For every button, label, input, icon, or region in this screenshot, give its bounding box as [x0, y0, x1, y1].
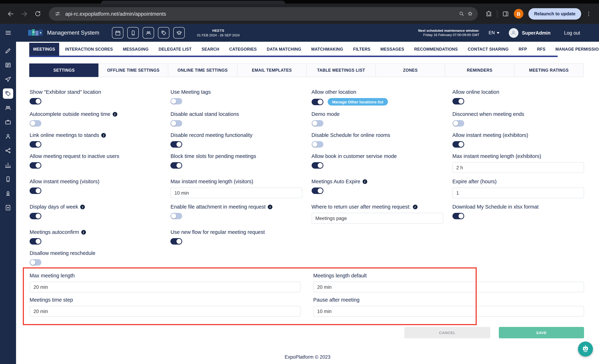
toggle-meetings-autoconfirm[interactable] [30, 238, 41, 245]
tab-recommendations[interactable]: RECOMMENDATIONS [410, 43, 462, 56]
setting-meetings-autoconfirm: Meetings autoconfirmi [30, 229, 161, 245]
toggle-allow-instant-meeting-visitors[interactable] [30, 187, 41, 194]
sidebar-item-community[interactable] [0, 100, 16, 115]
relaunch-button[interactable]: Relaunch to update [529, 8, 581, 19]
toggle-disable-schedule-for-online-rooms[interactable] [311, 141, 323, 148]
save-button[interactable]: SAVE [499, 327, 584, 338]
sidebar-item-plane[interactable] [0, 72, 16, 86]
browser-active-tab[interactable] [101, 1, 285, 4]
tab-matchmaking[interactable]: MATCHMAKING [307, 43, 347, 56]
info-icon: i [268, 205, 273, 209]
toggle-download-my-schedule-in-xlsx-format[interactable] [452, 213, 464, 219]
toggle-allow-other-location[interactable] [311, 98, 323, 105]
subtab-zones[interactable]: ZONES [376, 63, 445, 77]
setting-use-new-flow-for-regular-meeting-request: Use new flow for regular meeting request [171, 229, 302, 245]
toggle-enable-file-attachment-in-meeting-request[interactable] [171, 213, 182, 219]
reload-icon[interactable] [32, 8, 43, 19]
sidebar-item-share[interactable] [0, 143, 16, 158]
logout-button[interactable]: Log out [564, 30, 580, 36]
language-selector[interactable]: EN [489, 30, 500, 35]
quick-education-button[interactable] [174, 27, 185, 38]
share-icon [5, 147, 11, 154]
sidebar-item-briefcase[interactable] [0, 115, 16, 129]
subtab-meeting-ratings[interactable]: MEETING RATINGS [514, 63, 584, 77]
sidebar-item-document-add[interactable] [0, 200, 16, 215]
toggle-display-days-of-week[interactable] [30, 213, 41, 219]
toggle-disable-actual-stand-locations[interactable] [171, 120, 182, 127]
select-where-to-return-user-after-meeting-request[interactable]: Meetings page [311, 213, 443, 223]
tab-interaction-scores[interactable]: INTERACTION SCORES [61, 43, 117, 56]
tab-messaging[interactable]: MESSAGING [119, 43, 152, 56]
toggle-disconnect-when-meeting-ends[interactable] [452, 120, 464, 127]
manage-other-locations-list-button[interactable]: Manage Other locations list [327, 98, 388, 106]
quick-community-button[interactable] [143, 27, 154, 38]
toggle-use-new-flow-for-regular-meeting-request[interactable] [171, 238, 182, 245]
plane-icon [5, 76, 11, 82]
extensions-icon[interactable] [484, 8, 494, 19]
cancel-button[interactable]: CANCEL [404, 327, 490, 338]
tab-data-matching[interactable]: DATA MATCHING [263, 43, 305, 56]
subtab-email-templates[interactable]: EMAIL TEMPLATES [237, 63, 307, 77]
sidebar-item-badge[interactable] [0, 186, 16, 200]
input-meetings-time-step[interactable] [30, 306, 300, 317]
tab-delegate-list[interactable]: DELEGATE LIST [155, 43, 195, 56]
input-max-instant-meeting-length-exhibitors[interactable] [452, 162, 584, 173]
input-meetings-length-default[interactable] [313, 282, 584, 292]
tab-rfs[interactable]: RFS [533, 43, 549, 56]
forward-icon[interactable] [19, 8, 30, 19]
input-pause-after-meeting[interactable] [313, 306, 584, 317]
subtab-reminders[interactable]: REMINDERS [445, 63, 514, 77]
tab-categories[interactable]: CATEGORIES [225, 43, 261, 56]
tab-rfp[interactable]: RFP [515, 43, 531, 56]
tab-meetings[interactable]: MEETINGS [29, 43, 59, 56]
tab-search[interactable]: SEARCH [198, 43, 223, 56]
chatbot-button[interactable] [578, 342, 593, 356]
subtab-offline-time-settings[interactable]: OFFLINE TIME SETTINGS [99, 63, 168, 77]
toggle-allow-meeting-request-to-inactive-users[interactable] [30, 162, 41, 169]
tab-messages[interactable]: MESSAGES [377, 43, 408, 56]
quick-calendar-button[interactable] [112, 27, 123, 38]
chevron-down-icon [496, 32, 499, 34]
quick-tag-button[interactable] [158, 27, 169, 38]
tab-filters[interactable]: FILTERS [349, 43, 374, 56]
browser-profile-avatar[interactable]: B [514, 9, 523, 18]
toggle-meetings-auto-expire[interactable] [311, 187, 323, 194]
quick-smartphone-button[interactable] [127, 27, 139, 38]
input-max-instant-meeting-length-visitors[interactable] [171, 187, 302, 198]
sidebar-item-chart[interactable] [0, 158, 16, 172]
input-expire-after-hours[interactable] [452, 187, 584, 198]
menu-dots-icon[interactable] [583, 8, 594, 19]
toggle-allow-book-in-customer-servise-mode[interactable] [311, 162, 323, 169]
toggle-link-online-meetings-to-stands[interactable] [30, 141, 41, 148]
input-max-meeting-length[interactable] [30, 282, 300, 292]
toggle-disable-record-meeting-functionality[interactable] [171, 141, 182, 148]
toggle-show-exhibitor-stand-location[interactable] [30, 98, 41, 105]
toggle-allow-online-location[interactable] [452, 98, 464, 105]
zoom-icon[interactable] [457, 9, 466, 18]
user-avatar[interactable] [509, 28, 518, 38]
bookmark-star-icon[interactable] [466, 9, 474, 18]
site-settings-icon[interactable] [53, 9, 62, 18]
tab-contact-sharing[interactable]: CONTACT SHARING [464, 43, 512, 56]
tab-manage-permissions[interactable]: MANAGE PERMISSIONS [551, 43, 599, 56]
sidebar-item-tag[interactable] [0, 86, 16, 100]
toggle-disallow-meeting-reschedule[interactable] [30, 259, 41, 266]
sidebar-item-news[interactable] [0, 58, 16, 72]
toggle-demo-mode[interactable] [311, 120, 323, 127]
sidebar-item-pencil[interactable] [0, 44, 16, 58]
sidebar-item-person[interactable] [0, 129, 16, 143]
hamburger-menu-icon[interactable] [0, 24, 16, 42]
back-icon[interactable] [5, 8, 16, 19]
subtab-settings[interactable]: SETTINGS [29, 63, 99, 77]
subtab-online-time-settings[interactable]: ONLINE TIME SETTINGS [168, 63, 238, 77]
event-info: HEETS 01 FEB 2024 - 26 SEP 2024 [197, 28, 240, 37]
side-panel-icon[interactable] [500, 8, 511, 19]
toggle-allow-instant-meeting-exhibitors[interactable] [452, 141, 464, 148]
subtab-table-meetings-list[interactable]: TABLE MEETINGS LIST [306, 63, 376, 77]
sidebar-item-smartphone[interactable] [0, 172, 16, 186]
toggle-block-time-slots-for-pending-meetings[interactable] [171, 162, 182, 169]
toggle-autocomplete-outside-meeting-time[interactable] [30, 120, 41, 127]
setting-expire-after-hours: Expire after (hours) [452, 178, 584, 198]
url-bar[interactable]: api-rc.expoplatform.net/admin/appointmen… [49, 7, 478, 20]
toggle-use-meeting-tags[interactable] [171, 98, 182, 105]
